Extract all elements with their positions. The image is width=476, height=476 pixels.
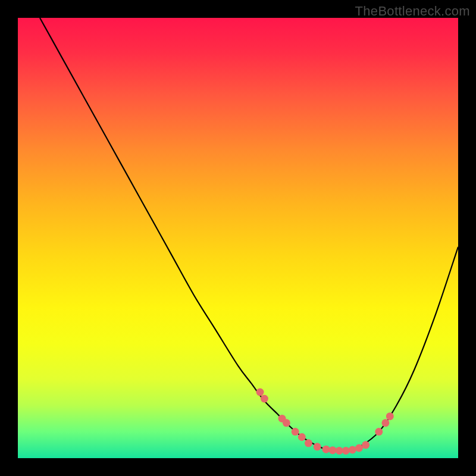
chart-svg [18, 18, 458, 458]
data-point [256, 389, 264, 396]
data-point [342, 447, 350, 455]
data-point [314, 443, 321, 450]
data-point [292, 428, 299, 436]
bottleneck-curve [40, 18, 458, 451]
data-point [381, 419, 389, 427]
data-point [298, 433, 306, 441]
data-point [261, 395, 268, 403]
data-point [305, 439, 312, 447]
data-point [322, 446, 330, 453]
data-point [355, 444, 363, 452]
data-point [362, 441, 369, 449]
scatter-group [256, 389, 394, 455]
data-point [336, 447, 343, 455]
data-point [349, 446, 356, 453]
data-point [283, 419, 290, 427]
watermark-text: TheBottleneck.com [355, 4, 470, 19]
data-point [329, 446, 337, 454]
data-point [375, 428, 383, 436]
data-point [386, 412, 394, 420]
